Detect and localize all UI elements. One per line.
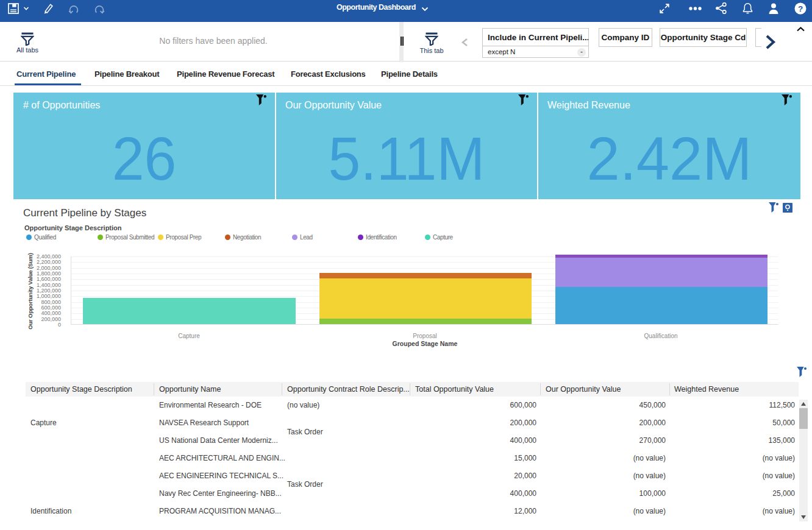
svg-text:?: ? — [798, 4, 803, 13]
